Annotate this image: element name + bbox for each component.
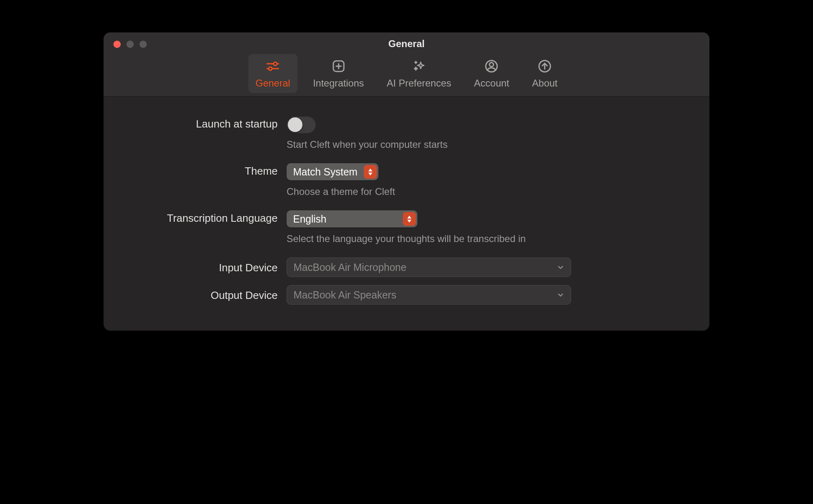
tab-account[interactable]: Account [467, 54, 517, 93]
chevron-down-icon [557, 262, 564, 273]
select-input-device-value: MacBook Air Microphone [293, 262, 406, 273]
svg-marker-11 [368, 169, 372, 171]
select-transcription-language-value: English [293, 213, 333, 225]
label-transcription-language: Transcription Language [128, 210, 287, 225]
tab-ai-preferences[interactable]: AI Preferences [379, 54, 459, 93]
tab-integrations[interactable]: Integrations [306, 54, 371, 93]
label-launch-at-startup: Launch at startup [128, 116, 287, 130]
sparkles-icon [411, 58, 427, 74]
row-transcription-language: Transcription Language English Select th… [128, 210, 685, 244]
chevron-down-icon [557, 289, 564, 301]
tab-general[interactable]: General [248, 54, 298, 93]
tab-about[interactable]: About [525, 54, 565, 93]
toolbar: General Integrations [104, 54, 709, 96]
toggle-knob [288, 117, 302, 132]
description-theme: Choose a theme for Cleft [287, 186, 685, 197]
user-circle-icon [483, 58, 500, 74]
row-launch-at-startup: Launch at startup Start Cleft when your … [128, 116, 685, 150]
description-transcription-language: Select the language your thoughts will b… [287, 233, 685, 244]
row-theme: Theme Match System Choose a theme for Cl… [128, 163, 685, 197]
select-output-device-value: MacBook Air Speakers [293, 289, 396, 301]
tab-general-label: General [256, 78, 290, 89]
svg-marker-14 [407, 220, 411, 223]
select-transcription-language[interactable]: English [287, 210, 417, 227]
preferences-window: General General [104, 32, 709, 331]
tab-about-label: About [532, 78, 558, 89]
svg-marker-13 [407, 216, 411, 218]
arrow-up-circle-icon [537, 58, 553, 74]
description-launch-at-startup: Start Cleft when your computer starts [287, 139, 685, 150]
row-input-device: Input Device MacBook Air Microphone [128, 257, 685, 277]
select-theme[interactable]: Match System [287, 163, 378, 180]
titlebar: General General [104, 32, 709, 97]
tab-integrations-label: Integrations [313, 78, 364, 89]
svg-marker-12 [368, 173, 372, 175]
label-theme: Theme [128, 163, 287, 177]
updown-arrows-icon [364, 165, 377, 179]
svg-point-3 [269, 67, 272, 70]
plus-square-icon [330, 58, 347, 74]
select-output-device[interactable]: MacBook Air Speakers [287, 285, 571, 305]
svg-point-1 [274, 62, 277, 65]
window-title: General [104, 38, 709, 50]
content-area: Launch at startup Start Cleft when your … [104, 97, 709, 331]
updown-arrows-icon [403, 212, 416, 226]
select-input-device[interactable]: MacBook Air Microphone [287, 257, 571, 277]
tab-account-label: Account [474, 78, 509, 89]
tab-ai-preferences-label: AI Preferences [387, 78, 451, 89]
sliders-icon [265, 58, 281, 74]
select-theme-value: Match System [293, 166, 364, 178]
label-output-device: Output Device [128, 285, 287, 302]
row-output-device: Output Device MacBook Air Speakers [128, 285, 685, 305]
svg-point-8 [489, 63, 493, 67]
label-input-device: Input Device [128, 257, 287, 274]
toggle-launch-at-startup[interactable] [287, 116, 316, 133]
